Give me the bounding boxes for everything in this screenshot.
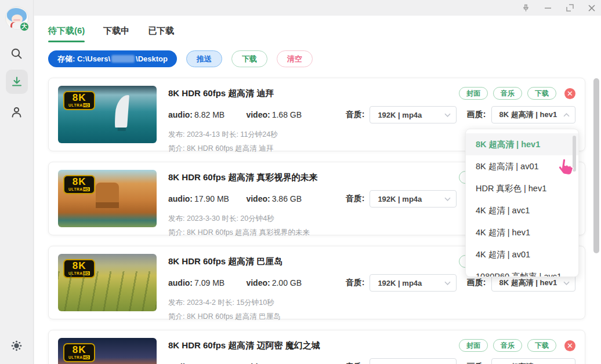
video-title: 8K HDR 60fps 超高清 迪拜 [168, 88, 459, 99]
cover-tag-button[interactable]: 封面 [459, 87, 488, 100]
video-thumbnail: 8K ULTRAHD [58, 254, 157, 311]
download-all-button[interactable]: 下载 [231, 50, 267, 67]
tab-pending[interactable]: 待下载(6) [48, 26, 85, 42]
video-quality-dropdown: 8K 超高清 | hev1 8K 超高清 | av01 HDR 真彩色 | he… [465, 129, 579, 277]
audio-quality-label: 音质: [346, 110, 365, 120]
window-controls [521, 0, 596, 16]
video-thumbnail: 8K ULTRAHD [58, 338, 157, 364]
audio-quality-label: 音质: [346, 362, 365, 364]
main-scrollbar-thumb[interactable] [593, 78, 599, 253]
audio-size-label: audio: [168, 278, 193, 287]
tab-downloaded[interactable]: 已下载 [148, 26, 174, 42]
maximize-icon[interactable] [565, 3, 574, 13]
chevron-down-icon [563, 281, 570, 285]
remove-card-button[interactable]: ✕ [564, 340, 575, 351]
video-size-label: video: [246, 278, 270, 287]
audio-quality-select[interactable]: 192K | mp4a [370, 358, 456, 364]
video-quality-label: 画质: [467, 362, 486, 364]
video-title: 8K HDR 60fps 超高清 迈阿密 魔幻之城 [168, 340, 459, 351]
video-title: 8K HDR 60fps 超高清 巴厘岛 [168, 256, 459, 267]
8k-ultrahd-badge: 8K ULTRAHD [63, 175, 95, 194]
audio-size-value: 7.09 MB [194, 278, 225, 287]
dropdown-option[interactable]: 4K 超清 | hev1 [466, 221, 578, 243]
audio-quality-label: 音质: [346, 194, 365, 204]
video-thumbnail: 8K ULTRAHD [58, 170, 157, 227]
settings-gear-icon[interactable] [10, 339, 23, 352]
tab-bar: 待下载(6) 下载中 已下载 [48, 26, 601, 42]
storage-username-redacted [111, 55, 135, 63]
description-info: 简介: 8K HDR 60fps 超高清 巴厘岛 [168, 312, 575, 322]
publish-info: 发布: 2023-4-2 时长: 15分钟10秒 [168, 298, 575, 308]
video-size-value: 2.00 GB [272, 278, 302, 287]
video-quality-select[interactable]: 8K 超高清 | hev1 [491, 106, 575, 123]
music-tag-button[interactable]: 音乐 [493, 87, 522, 100]
avatar-level-badge: 大 [19, 21, 30, 32]
storage-path-button[interactable]: 存储: C:\Users\ \Desktop [48, 50, 177, 67]
video-size-label: video: [246, 194, 270, 203]
close-icon[interactable] [587, 3, 596, 13]
cover-tag-button[interactable]: 封面 [459, 339, 488, 352]
storage-path-suffix: \Desktop [136, 54, 168, 63]
person-icon[interactable] [9, 104, 24, 119]
download-tag-button[interactable]: 下载 [527, 87, 556, 100]
push-button[interactable]: 推送 [186, 50, 222, 67]
dropdown-option[interactable]: 4K 超清 | avc1 [466, 199, 578, 221]
video-size-label: video: [246, 110, 270, 119]
dropdown-option[interactable]: 1080P60 高帧率 | avc1 [466, 265, 578, 277]
video-thumbnail: 8K ULTRAHD [58, 86, 157, 143]
video-quality-label: 画质: [467, 110, 486, 120]
minimize-icon[interactable] [543, 3, 552, 13]
avatar[interactable]: 大 [5, 6, 28, 32]
chevron-down-icon [444, 281, 451, 285]
audio-size-value: 8.82 MB [194, 110, 225, 119]
dropdown-option[interactable]: 8K 超高清 | hev1 [466, 133, 578, 155]
storage-path-prefix: 存储: C:\Users\ [57, 54, 110, 64]
sidebar: 大 [0, 0, 34, 364]
video-title: 8K HDR 60fps 超高清 真彩视界的未来 [168, 172, 459, 183]
audio-size-label: audio: [168, 194, 193, 203]
clear-button[interactable]: 清空 [277, 50, 313, 67]
dropdown-option[interactable]: HDR 真彩色 | hev1 [466, 177, 578, 199]
audio-size-label: audio: [168, 110, 193, 119]
chevron-down-icon [444, 113, 451, 117]
video-size-value: 3.86 GB [272, 194, 302, 203]
audio-quality-select[interactable]: 192K | mp4a [370, 274, 456, 292]
8k-ultrahd-badge: 8K ULTRAHD [63, 343, 95, 362]
video-size-value: 1.68 GB [272, 110, 302, 119]
audio-quality-label: 音质: [346, 278, 365, 288]
video-card: 8K ULTRAHD 8K HDR 60fps 超高清 迈阿密 魔幻之城 封面 … [48, 330, 585, 364]
chevron-up-icon [563, 113, 570, 117]
audio-size-value: 17.90 MB [194, 194, 229, 203]
titlebar [0, 0, 601, 16]
search-icon[interactable] [9, 46, 24, 61]
dropdown-scrollbar-thumb[interactable] [573, 136, 576, 172]
dropdown-option[interactable]: 4K 超清 | av01 [466, 243, 578, 265]
video-quality-select[interactable]: 8K 超高清 | hev1 [491, 358, 575, 364]
8k-ultrahd-badge: 8K ULTRAHD [63, 91, 95, 110]
download-tag-button[interactable]: 下载 [527, 339, 556, 352]
download-nav-icon[interactable] [6, 70, 28, 94]
audio-quality-select[interactable]: 192K | mp4a [370, 106, 456, 123]
remove-card-button[interactable]: ✕ [564, 88, 575, 99]
video-quality-label: 画质: [467, 278, 486, 288]
chevron-down-icon [444, 197, 451, 201]
main-scrollbar[interactable] [593, 16, 599, 364]
pin-icon[interactable] [521, 3, 530, 13]
dropdown-option[interactable]: 8K 超高清 | av01 [466, 155, 578, 177]
tab-downloading[interactable]: 下载中 [103, 26, 129, 42]
8k-ultrahd-badge: 8K ULTRAHD [63, 259, 95, 278]
audio-quality-select[interactable]: 192K | mp4a [370, 190, 456, 208]
music-tag-button[interactable]: 音乐 [493, 339, 522, 352]
toolbar: 存储: C:\Users\ \Desktop 推送 下载 清空 [48, 50, 601, 67]
